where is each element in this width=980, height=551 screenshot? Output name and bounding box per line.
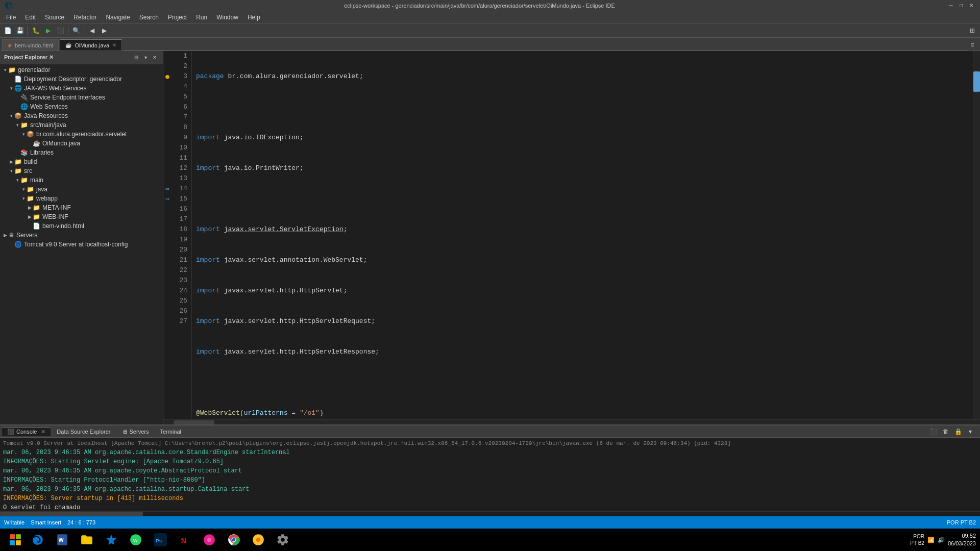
prev-button[interactable]: ◀ — [86, 25, 97, 36]
close-button[interactable]: ✕ — [967, 1, 976, 10]
tree-item-sei[interactable]: 🔌 Service Endpoint Interfaces — [0, 93, 163, 102]
taskbar-clock[interactable]: 09:52 06/03/2023 — [948, 532, 976, 548]
window-title: eclipse-workspace - gerenciador/src/main… — [13, 3, 946, 9]
tree-item-jaxws[interactable]: ▾ 🌐 JAX-WS Web Services — [0, 84, 163, 93]
console-scrollbar[interactable] — [0, 511, 980, 516]
tree-item-java-folder[interactable]: ▾ 📁 java — [0, 185, 163, 194]
console-tab-servers[interactable]: 🖥 Servers — [117, 428, 154, 436]
console-clear-button[interactable]: 🗑 — [940, 426, 951, 437]
tree-item-servers[interactable]: ▶ 🖥 Servers — [0, 231, 163, 240]
taskbar-start-button[interactable] — [4, 530, 27, 550]
tree-item-metainf[interactable]: ▶ 📁 META-INF — [0, 203, 163, 212]
taskbar-photoshop[interactable]: Ps — [149, 530, 172, 550]
svg-text:Ps: Ps — [156, 538, 162, 543]
tree-item-tomcat[interactable]: 🌀 Tomcat v9.0 Server at localhost-config — [0, 240, 163, 249]
console-tab-label: Console — [16, 429, 37, 435]
taskbar-settings[interactable] — [272, 530, 294, 550]
tree-label: Deployment Descriptor: gerenciador — [24, 76, 122, 83]
webinf-icon: 📁 — [33, 213, 40, 220]
horizontal-scrollbar[interactable] — [163, 419, 980, 424]
gutter-12 — [163, 163, 172, 173]
tab-close-button[interactable]: ✕ — [112, 42, 116, 48]
maximize-button[interactable]: □ — [957, 1, 966, 10]
taskbar-netflix[interactable]: N — [174, 530, 196, 550]
menu-navigate[interactable]: Navigate — [102, 13, 134, 22]
gutter-7 — [163, 112, 172, 122]
menu-refactor[interactable]: Refactor — [69, 13, 101, 22]
tab-oimundo[interactable]: ☕ OiMundo.java ✕ — [60, 39, 122, 51]
tray-volume-icon: 🔊 — [938, 537, 945, 543]
gutter-24 — [163, 286, 172, 296]
tree-item-oimundo[interactable]: ☕ OiMundo.java — [0, 139, 163, 148]
new-button[interactable]: 📄 — [2, 25, 13, 36]
console-scrollbar-thumb — [0, 512, 143, 516]
tab-bem-vindo[interactable]: ◈ bem-vindo.html — [2, 39, 59, 51]
search-button[interactable]: 🔍 — [70, 25, 82, 36]
project-icon: 📁 — [8, 66, 16, 73]
photoshop-icon: Ps — [154, 533, 167, 546]
menu-file[interactable]: File — [2, 13, 20, 22]
console-view-menu[interactable]: ▾ — [965, 426, 976, 437]
tree-item-javaresources[interactable]: ▾ 📦 Java Resources — [0, 111, 163, 120]
app8-icon — [203, 533, 216, 546]
gutter-26 — [163, 306, 172, 316]
taskbar-whatsapp[interactable]: W — [125, 530, 147, 550]
pe-menu-button[interactable]: ▾ — [141, 54, 150, 62]
tree-item-srcmainjava[interactable]: ▾ 📁 src/main/java — [0, 120, 163, 130]
menu-run[interactable]: Run — [192, 13, 211, 22]
tree-item-webinf[interactable]: ▶ 📁 WEB-INF — [0, 212, 163, 221]
console-tab-terminal[interactable]: Terminal — [155, 428, 186, 436]
stop-button[interactable]: ⬛ — [55, 25, 66, 36]
tree-item-gerenciador[interactable]: ▾ 📁 gerenciador — [0, 65, 163, 74]
save-button[interactable]: 💾 — [14, 25, 26, 36]
code-line-9: import javax.servlet.http.HttpServletReq… — [196, 316, 969, 327]
tree-item-main[interactable]: ▾ 📁 main — [0, 176, 163, 185]
tree-item-src[interactable]: ▾ 📁 src — [0, 166, 163, 176]
menu-project[interactable]: Project — [164, 13, 191, 22]
taskbar-explorer[interactable] — [76, 530, 98, 550]
taskbar-app8[interactable] — [198, 530, 220, 550]
perspective-button[interactable]: ⊞ — [967, 25, 978, 36]
console-tab-datasource[interactable]: Data Source Explorer — [52, 428, 115, 436]
console-stop-button[interactable]: ⬛ — [928, 426, 939, 437]
minimize-button[interactable]: ─ — [946, 1, 955, 10]
tree-item-webapp[interactable]: ▾ 📁 webapp — [0, 194, 163, 203]
menu-source[interactable]: Source — [41, 13, 68, 22]
console-line-7: O servlet foi chamado — [3, 503, 977, 511]
console-tab-close[interactable]: ✕ — [41, 429, 45, 435]
terminal-tab-label: Terminal — [160, 429, 181, 435]
view-menu-button[interactable]: ≡ — [967, 39, 978, 51]
webapp-icon: 📁 — [27, 195, 34, 202]
debug-button[interactable]: 🐛 — [30, 25, 41, 36]
tree-arrow: ▾ — [20, 132, 27, 137]
tree-item-package[interactable]: ▾ 📦 br.com.alura.gerenciador.servelet — [0, 130, 163, 139]
run-button[interactable]: ▶ — [42, 25, 54, 36]
tab-label-bem-vindo: bem-vindo.html — [15, 42, 53, 48]
editor-scrollbar[interactable] — [973, 51, 980, 419]
gutter-10 — [163, 143, 172, 153]
taskbar-word[interactable]: W — [51, 530, 74, 550]
project-explorer-content: ▾ 📁 gerenciador 📄 Deployment Descriptor:… — [0, 64, 163, 424]
tree-item-deployment[interactable]: 📄 Deployment Descriptor: gerenciador — [0, 74, 163, 84]
code-lines[interactable]: package br.com.alura.gerenciador.servele… — [192, 51, 973, 419]
next-button[interactable]: ▶ — [99, 25, 110, 36]
taskbar-chrome[interactable] — [223, 530, 245, 550]
menu-help[interactable]: Help — [243, 13, 264, 22]
console-scroll-lock[interactable]: 🔒 — [952, 426, 964, 437]
menu-window[interactable]: Window — [212, 13, 242, 22]
console-tab-console[interactable]: ⬛ Console ✕ — [2, 427, 51, 436]
tree-item-libraries[interactable]: 📚 Libraries — [0, 148, 163, 157]
menu-edit[interactable]: Edit — [21, 13, 40, 22]
tree-item-bemvindo-html[interactable]: 📄 bem-vindo.html — [0, 221, 163, 231]
taskbar-chrome-canary[interactable] — [247, 530, 270, 550]
tree-item-webservices[interactable]: 🌐 Web Services — [0, 102, 163, 111]
taskbar-store[interactable] — [100, 530, 122, 550]
gutter-3: ● — [163, 71, 172, 82]
pe-collapse-button[interactable]: ⊟ — [132, 54, 140, 62]
title-bar: 🌑 eclipse-workspace - gerenciador/src/ma… — [0, 0, 980, 11]
tree-label: WEB-INF — [42, 213, 68, 220]
pe-close-button[interactable]: ✕ — [151, 54, 159, 62]
taskbar-edge[interactable] — [27, 530, 49, 550]
menu-search[interactable]: Search — [135, 13, 163, 22]
tree-item-build[interactable]: ▶ 📁 build — [0, 157, 163, 166]
